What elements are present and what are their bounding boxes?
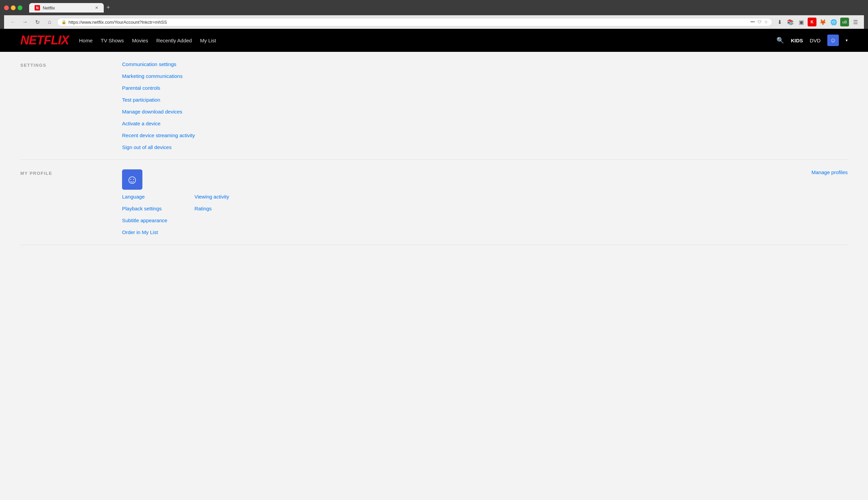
- url-text: https://www.netflix.com/YourAccount?lnkc…: [68, 20, 748, 25]
- back-button[interactable]: ←: [8, 17, 18, 27]
- my-profile-section: MY PROFILE ☺ Manage profiles Language Pl…: [20, 160, 848, 245]
- profile-links-left: Language Playback settings Subtitle appe…: [122, 194, 167, 235]
- close-button[interactable]: [4, 5, 9, 10]
- netflix-nav: Home TV Shows Movies Recently Added My L…: [79, 37, 777, 43]
- my-profile-label: MY PROFILE: [20, 169, 122, 235]
- browser-toolbar: ⬇ 📚 ▣ K 🦊 🌐 uB ☰: [775, 18, 860, 26]
- browser-tab[interactable]: N Netflix ✕: [29, 3, 104, 12]
- tab-title: Netflix: [43, 5, 55, 11]
- tab-favicon: N: [35, 5, 40, 11]
- tab-close-button[interactable]: ✕: [95, 5, 98, 10]
- profile-avatar-large: ☺: [122, 169, 142, 190]
- netflix-logo: NETFLIX: [20, 33, 69, 47]
- page-content: SETTINGS Communication settings Marketin…: [0, 52, 868, 500]
- language-link[interactable]: Language: [122, 194, 167, 200]
- globe-icon[interactable]: 🌐: [830, 18, 838, 26]
- profile-content: ☺ Manage profiles Language Playback sett…: [122, 169, 848, 235]
- maximize-button[interactable]: [18, 5, 22, 10]
- download-icon[interactable]: ⬇: [775, 18, 784, 26]
- test-participation-link[interactable]: Test participation: [122, 97, 848, 103]
- browser-chrome: N Netflix ✕ + ← → ↻ ⌂ 🔒 https://www.netf…: [0, 0, 868, 29]
- search-button[interactable]: 🔍: [777, 37, 784, 44]
- profile-dropdown-button[interactable]: ▾: [846, 38, 848, 43]
- ssl-lock-icon: 🔒: [62, 20, 66, 24]
- netflix-header-right: 🔍 KIDS DVD ☺ ▾: [777, 35, 848, 46]
- ublock-icon[interactable]: uB: [840, 18, 849, 26]
- more-icon[interactable]: •••: [750, 20, 755, 24]
- address-bar-row: ← → ↻ ⌂ 🔒 https://www.netflix.com/YourAc…: [4, 15, 864, 29]
- kids-button[interactable]: KIDS: [791, 37, 803, 43]
- home-button[interactable]: ⌂: [45, 17, 54, 27]
- tab-bar: N Netflix ✕ +: [29, 3, 113, 12]
- menu-icon[interactable]: ☰: [851, 18, 860, 26]
- dvd-button[interactable]: DVD: [810, 37, 821, 43]
- layout-icon[interactable]: ▣: [797, 18, 805, 26]
- new-tab-button[interactable]: +: [104, 3, 113, 12]
- order-in-my-list-link[interactable]: Order in My List: [122, 229, 167, 235]
- marketing-communications-link[interactable]: Marketing communications: [122, 73, 848, 79]
- viewing-activity-link[interactable]: Viewing activity: [194, 194, 229, 200]
- shield-icon[interactable]: 🛡: [757, 20, 761, 24]
- communication-settings-link[interactable]: Communication settings: [122, 61, 848, 67]
- netflix-header: NETFLIX Home TV Shows Movies Recently Ad…: [0, 29, 868, 52]
- ratings-link[interactable]: Ratings: [194, 206, 229, 212]
- settings-section: SETTINGS Communication settings Marketin…: [20, 52, 848, 160]
- manage-profiles-row: ☺ Manage profiles: [122, 169, 848, 190]
- subtitle-appearance-link[interactable]: Subtitle appearance: [122, 217, 167, 223]
- nav-tv-shows[interactable]: TV Shows: [101, 37, 124, 43]
- traffic-lights: [4, 5, 22, 10]
- playback-settings-link[interactable]: Playback settings: [122, 206, 167, 212]
- manage-download-devices-link[interactable]: Manage download devices: [122, 109, 848, 114]
- settings-label: SETTINGS: [20, 61, 122, 150]
- profile-avatar-header[interactable]: ☺: [827, 35, 839, 46]
- bookmarks-icon[interactable]: 📚: [786, 18, 795, 26]
- extensions-icon[interactable]: K: [808, 18, 816, 26]
- settings-links: Communication settings Marketing communi…: [122, 61, 848, 150]
- address-bar[interactable]: 🔒 https://www.netflix.com/YourAccount?ln…: [57, 18, 772, 26]
- activate-device-link[interactable]: Activate a device: [122, 121, 848, 126]
- browser-titlebar: N Netflix ✕ +: [4, 3, 864, 12]
- profile-links-right: Viewing activity Ratings: [194, 194, 229, 235]
- forward-button[interactable]: →: [20, 17, 30, 27]
- fire-icon[interactable]: 🦊: [819, 18, 827, 26]
- recent-device-streaming-link[interactable]: Recent device streaming activity: [122, 133, 848, 138]
- sign-out-all-devices-link[interactable]: Sign out of all devices: [122, 144, 848, 150]
- nav-my-list[interactable]: My List: [200, 37, 216, 43]
- nav-home[interactable]: Home: [79, 37, 92, 43]
- bookmark-icon[interactable]: ☆: [764, 20, 768, 24]
- minimize-button[interactable]: [11, 5, 15, 10]
- profile-links-grid: Language Playback settings Subtitle appe…: [122, 194, 848, 235]
- reload-button[interactable]: ↻: [33, 17, 42, 27]
- nav-recently-added[interactable]: Recently Added: [156, 37, 192, 43]
- address-bar-icons: ••• 🛡 ☆: [750, 20, 768, 24]
- nav-movies[interactable]: Movies: [132, 37, 148, 43]
- manage-profiles-link[interactable]: Manage profiles: [811, 169, 848, 175]
- parental-controls-link[interactable]: Parental controls: [122, 85, 848, 91]
